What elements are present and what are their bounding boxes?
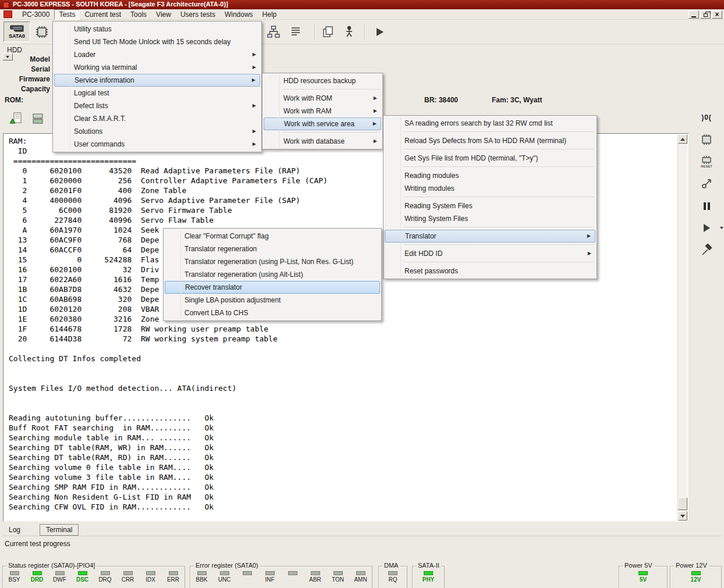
led-label: INF: [265, 576, 274, 583]
menu-item[interactable]: Service information ▶: [54, 74, 260, 87]
menu-item[interactable]: Recover translator ▶: [165, 281, 380, 294]
led-indicator: [333, 571, 343, 575]
menubar-item[interactable]: Windows: [220, 9, 258, 20]
menu-item[interactable]: Reading System Files ▶: [385, 199, 595, 212]
menu-item[interactable]: Single LBA position adjustment ▶: [165, 294, 380, 307]
menu-item[interactable]: Translator ▶: [385, 230, 595, 243]
group-title: Power 12V: [674, 562, 709, 569]
menu-item[interactable]: Edit HDD ID ▶: [385, 247, 595, 260]
menubar-item[interactable]: Help: [258, 9, 282, 20]
app-menu-icon[interactable]: [3, 10, 12, 18]
menu-separator: [403, 227, 594, 227]
menubar-item[interactable]: View: [151, 9, 176, 20]
menu-item[interactable]: Work with database ▶: [264, 135, 381, 148]
menu-item-label: Solutions: [74, 127, 102, 136]
run-step-button[interactable]: [696, 218, 717, 238]
led-indicator: [169, 571, 178, 575]
menu-item[interactable]: Reading modules ▶: [385, 169, 595, 182]
led-label: DRQ: [98, 576, 111, 583]
menu-item[interactable]: Translator regeneration (using P-List, N…: [165, 255, 380, 268]
tab[interactable]: Terminal: [40, 524, 79, 536]
menu-item[interactable]: Clear "Format Corrupt" flag ▶: [165, 230, 380, 243]
menubar-item[interactable]: PC-3000: [17, 9, 54, 20]
menubar-item[interactable]: Tests: [54, 9, 80, 20]
baud-rate-label: BR: 38400: [424, 96, 458, 104]
menu-item[interactable]: Work with service area ▶: [264, 117, 381, 130]
restore-icon: [704, 13, 708, 17]
tools-button[interactable]: [696, 240, 717, 260]
pause-icon: [704, 202, 710, 210]
led-label: DRD: [31, 576, 44, 583]
menu-separator: [403, 149, 594, 149]
vertical-scrollbar[interactable]: [677, 134, 687, 521]
hdd-field-labels: ModelSerialFirmwareCapacity: [0, 55, 51, 94]
submenu-arrow-icon: ▶: [253, 125, 256, 138]
menu-item[interactable]: Translator regeneration ▶: [165, 243, 380, 255]
ram-chip-button[interactable]: [696, 130, 717, 149]
menu-item[interactable]: Send Utl Tech Mode Unlock with 15 second…: [54, 35, 260, 48]
menu-item-label: Clear S.M.A.R.T.: [74, 115, 126, 123]
terminal-line: [9, 364, 677, 373]
led-indicator: [10, 571, 19, 575]
terminal-line: Collecting DT Infos completed: [9, 354, 677, 364]
menubar-item[interactable]: Users tests: [176, 9, 220, 20]
led-indicator: [424, 571, 433, 575]
scroll-up-button[interactable]: [678, 134, 687, 144]
menu-item[interactable]: Work with RAM ▶: [264, 105, 381, 117]
power-meter-button[interactable]: )0(: [696, 108, 717, 127]
menu-item[interactable]: User commands ▶: [54, 138, 260, 151]
menu-item[interactable]: Translator regeneration (using Alt-List)…: [165, 268, 380, 281]
menu-item[interactable]: Clear S.M.A.R.T. ▶: [54, 112, 260, 125]
menubar-item[interactable]: Tools: [126, 9, 151, 20]
rom-modules-button[interactable]: [30, 111, 45, 126]
menu-item[interactable]: Solutions ▶: [54, 125, 260, 138]
restore-button[interactable]: [700, 10, 711, 19]
menu-item[interactable]: Loader ▶: [54, 48, 260, 61]
menu-item[interactable]: Reload Sys Defects from SA to HDD RAM (t…: [385, 134, 595, 147]
menu-item[interactable]: SA reading errors search by last 32 RW c…: [385, 117, 595, 130]
terminal-line: Searching volume 3 file table in RAM....…: [9, 472, 677, 482]
scrollbar-thumb[interactable]: [678, 497, 687, 510]
menu-separator: [282, 132, 380, 133]
menu-item[interactable]: Defect lists ▶: [54, 99, 260, 112]
minimize-button[interactable]: [688, 10, 699, 19]
reset-chip-button[interactable]: RESET: [696, 152, 717, 172]
status-led: BSY: [3, 571, 26, 583]
sata0-port-button[interactable]: SATA0: [3, 22, 30, 42]
menu-item[interactable]: Reset passwords ▶: [385, 265, 595, 277]
script-button[interactable]: [288, 24, 304, 40]
scheme-button[interactable]: [265, 24, 282, 40]
run-triangle-icon: [374, 26, 385, 38]
menu-item[interactable]: Writing modules ▶: [385, 182, 595, 195]
menubar-item[interactable]: Current test: [80, 9, 126, 20]
led-indicator: [33, 571, 42, 575]
group-title: Status register (SATA0)-[PIO4]: [6, 562, 97, 569]
menu-item[interactable]: Convert LBA to CHS ▶: [165, 307, 380, 319]
board-button[interactable]: [34, 24, 50, 40]
pause-button[interactable]: [696, 196, 717, 216]
menu-item[interactable]: Working via terminal ▶: [54, 61, 260, 74]
menubar: PC-3000TestsCurrent testToolsViewUsers t…: [0, 9, 724, 20]
menu-item[interactable]: Utility status ▶: [54, 23, 260, 35]
chevron-down-icon[interactable]: [720, 227, 723, 229]
menu-item[interactable]: Logical test ▶: [54, 87, 260, 99]
terminal-line: [9, 344, 677, 354]
menu-item[interactable]: Get Sys File list from HDD (terminal, "T…: [385, 152, 595, 165]
run-test-button[interactable]: [371, 24, 388, 40]
menu-item-label: Single LBA position adjustment: [184, 296, 281, 304]
close-button[interactable]: ×: [712, 10, 722, 19]
copy-report-button[interactable]: [320, 24, 336, 40]
terminal-line: [9, 393, 677, 403]
probe-button[interactable]: [696, 174, 717, 194]
menu-item[interactable]: HDD resources backup ▶: [264, 74, 381, 87]
led-label: ABR: [309, 576, 321, 583]
progress-label: Current test progress: [5, 540, 70, 548]
user-mode-button[interactable]: [341, 24, 357, 40]
status-led: DRD: [26, 571, 48, 583]
menu-item[interactable]: Writing System Files ▶: [385, 212, 595, 225]
scroll-down-button[interactable]: [678, 511, 687, 521]
tab[interactable]: Log: [2, 524, 27, 536]
hdd-field-label: Serial: [0, 65, 51, 74]
menu-item[interactable]: Work with ROM ▶: [264, 92, 381, 105]
rom-export-button[interactable]: [8, 111, 23, 126]
